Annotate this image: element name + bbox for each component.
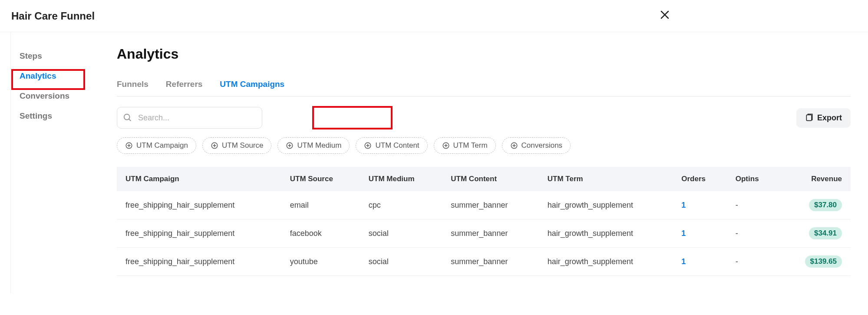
cell-source: email [281,191,360,219]
plus-circle-icon [364,142,372,149]
tabs: Funnels Referrers UTM Campaigns [117,74,851,96]
export-icon [805,113,814,122]
chip-label: UTM Campaign [136,141,188,150]
tab-funnels[interactable]: Funnels [117,74,149,96]
plus-circle-icon [211,142,218,149]
plus-circle-icon [442,142,450,149]
th-source[interactable]: UTM Source [281,167,360,191]
chip-utm-content[interactable]: UTM Content [356,137,427,154]
close-icon [660,10,670,20]
cell-optins: - [727,248,780,276]
tab-utm-campaigns[interactable]: UTM Campaigns [220,74,284,96]
utm-table: UTM Campaign UTM Source UTM Medium UTM C… [117,167,851,276]
cell-medium: social [360,248,442,276]
cell-campaign: free_shipping_hair_supplement [117,191,281,219]
chip-utm-medium[interactable]: UTM Medium [277,137,350,154]
close-button[interactable] [658,8,857,24]
cell-optins: - [727,191,780,219]
cell-content: summer_banner [442,219,538,248]
chip-label: UTM Term [453,141,488,150]
toolbar: Export [117,107,851,129]
orders-link[interactable]: 1 [681,257,686,266]
chip-utm-campaign[interactable]: UTM Campaign [117,137,196,154]
cell-orders: 1 [673,248,727,276]
cell-medium: social [360,219,442,248]
search-input[interactable] [117,107,262,129]
search-icon [123,113,132,123]
table-row: free_shipping_hair_supplement email cpc … [117,191,851,219]
cell-content: summer_banner [442,248,538,276]
plus-circle-icon [286,142,294,149]
page-header-title: Hair Care Funnel [11,10,95,22]
topbar: Hair Care Funnel [0,0,868,32]
main-content: Analytics Funnels Referrers UTM Campaign… [99,32,868,293]
cell-source: facebook [281,219,360,248]
cell-revenue: $139.65 [780,248,851,276]
revenue-pill: $139.65 [805,255,842,268]
cell-campaign: free_shipping_hair_supplement [117,248,281,276]
th-content[interactable]: UTM Content [442,167,538,191]
th-medium[interactable]: UTM Medium [360,167,442,191]
export-button[interactable]: Export [796,108,851,128]
th-optins[interactable]: Optins [727,167,780,191]
export-label: Export [817,113,842,123]
sidebar-item-steps[interactable]: Steps [11,46,99,66]
cell-revenue: $37.80 [780,191,851,219]
svg-point-2 [124,114,130,120]
cell-orders: 1 [673,191,727,219]
sidebar-item-conversions[interactable]: Conversions [11,86,99,106]
cell-medium: cpc [360,191,442,219]
cell-term: hair_growth_supplement [539,248,673,276]
table-row: free_shipping_hair_supplement facebook s… [117,219,851,248]
chip-label: UTM Content [375,141,419,150]
svg-rect-4 [806,115,812,120]
chip-utm-term[interactable]: UTM Term [434,137,496,154]
chip-label: UTM Medium [297,141,341,150]
orders-link[interactable]: 1 [681,201,686,209]
chip-label: UTM Source [222,141,263,150]
th-campaign[interactable]: UTM Campaign [117,167,281,191]
chip-label: Conversions [521,141,563,150]
sidebar-item-analytics[interactable]: Analytics [11,66,99,86]
sidebar: Steps Analytics Conversions Settings [10,32,99,293]
cell-campaign: free_shipping_hair_supplement [117,219,281,248]
th-term[interactable]: UTM Term [539,167,673,191]
cell-term: hair_growth_supplement [539,219,673,248]
chip-conversions[interactable]: Conversions [502,137,571,154]
cell-optins: - [727,219,780,248]
layout: Steps Analytics Conversions Settings Ana… [0,32,868,293]
search-wrap [117,107,262,129]
cell-orders: 1 [673,219,727,248]
cell-content: summer_banner [442,191,538,219]
cell-term: hair_growth_supplement [539,191,673,219]
plus-circle-icon [510,142,518,149]
cell-source: youtube [281,248,360,276]
sidebar-item-settings[interactable]: Settings [11,106,99,126]
revenue-pill: $34.91 [809,227,842,239]
svg-line-3 [129,119,131,121]
plus-circle-icon [125,142,133,149]
cell-revenue: $34.91 [780,219,851,248]
revenue-pill: $37.80 [809,199,842,211]
filter-chips: UTM Campaign UTM Source UTM Medium UTM C… [117,137,851,154]
table-row: free_shipping_hair_supplement youtube so… [117,248,851,276]
tab-referrers[interactable]: Referrers [166,74,203,96]
orders-link[interactable]: 1 [681,229,686,238]
table-header-row: UTM Campaign UTM Source UTM Medium UTM C… [117,167,851,191]
table-body: free_shipping_hair_supplement email cpc … [117,191,851,276]
page-title: Analytics [117,46,851,62]
th-revenue[interactable]: Revenue [780,167,851,191]
th-orders[interactable]: Orders [673,167,727,191]
chip-utm-source[interactable]: UTM Source [202,137,271,154]
